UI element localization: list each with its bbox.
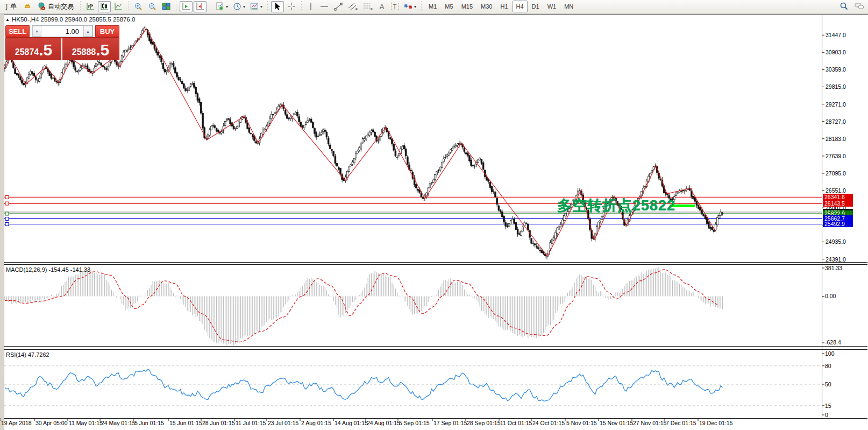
macd-signal-line[interactable] xyxy=(5,270,719,342)
svg-text:F: F xyxy=(371,8,373,11)
hline-handle[interactable] xyxy=(5,222,9,225)
rsi-line[interactable] xyxy=(5,369,722,401)
arrows-icon xyxy=(403,2,413,11)
text-tool-button[interactable]: A xyxy=(376,1,388,12)
hline-handle[interactable] xyxy=(5,217,9,220)
vertical-line-icon[interactable] xyxy=(305,1,317,12)
search-icon[interactable] xyxy=(839,1,849,11)
periods-clock-icon xyxy=(232,2,242,11)
tile-windows-icon[interactable] xyxy=(160,1,173,12)
zoom-in-icon[interactable] xyxy=(132,1,145,12)
templates-icon xyxy=(250,2,259,11)
ask-price[interactable]: 25888.5 xyxy=(62,38,119,60)
toolbar-separator xyxy=(79,1,82,12)
timeframe-button-m15[interactable]: M15 xyxy=(458,1,476,12)
arrows-button[interactable]: ▾ xyxy=(402,1,418,12)
hline-handle[interactable] xyxy=(5,195,9,199)
timeframe-button-mn[interactable]: MN xyxy=(560,1,577,12)
zoom-out-icon[interactable] xyxy=(146,1,159,12)
volume-spinner: ▼ 1.00 ▲ xyxy=(32,25,93,37)
dropdown-caret-icon: ▾ xyxy=(226,4,228,9)
templates-button[interactable]: ▾ xyxy=(248,1,264,12)
cursor-icon[interactable] xyxy=(271,1,284,12)
chart-canvas[interactable] xyxy=(0,0,868,430)
line-chart-icon[interactable] xyxy=(112,1,125,12)
volume-decrease-button[interactable]: ▼ xyxy=(32,26,41,37)
svg-text:E: E xyxy=(355,8,358,11)
label-tool-button[interactable]: T xyxy=(389,1,401,12)
timeframe-button-m1[interactable]: M1 xyxy=(425,1,440,12)
new-order-button[interactable]: 丁单 xyxy=(1,1,20,12)
timeframe-button-w1[interactable]: W1 xyxy=(544,1,560,12)
candlestick-chart-icon[interactable] xyxy=(98,1,111,12)
toolbar-separator xyxy=(175,1,177,12)
indicators-button[interactable]: ▾ xyxy=(214,1,230,12)
autotrading-button[interactable]: 自动交易 xyxy=(35,1,77,12)
hline-handle[interactable] xyxy=(5,202,9,205)
dropdown-caret-icon: ▾ xyxy=(243,4,245,9)
autotrading-label: 自动交易 xyxy=(46,2,75,11)
text-tool-icon: A xyxy=(380,3,385,11)
new-order-label: 丁单 xyxy=(2,2,18,11)
dropdown-caret-icon: ▾ xyxy=(414,4,416,9)
label-tool-icon: T xyxy=(391,3,399,10)
one-click-trading-panel: SELL ▼ 1.00 ▲ BUY 25874.5 25888.5 xyxy=(5,25,119,60)
timeframe-button-m5[interactable]: M5 xyxy=(441,1,457,12)
autoscroll-icon[interactable] xyxy=(180,1,193,12)
horizontal-line-icon[interactable] xyxy=(318,1,331,12)
macd-histogram[interactable] xyxy=(5,267,722,346)
timeframe-button-h4[interactable]: H4 xyxy=(513,1,528,12)
bar-chart-icon[interactable] xyxy=(84,1,97,12)
bid-price[interactable]: 25874.5 xyxy=(6,38,62,60)
fibonacci-icon[interactable]: F xyxy=(361,1,375,12)
top-toolbar: 丁单 自动交易 ▾ ▾ ▾ xyxy=(0,0,868,13)
hline-handle[interactable] xyxy=(5,212,9,215)
autotrading-icon xyxy=(37,2,46,11)
toolbar-separator xyxy=(266,1,269,12)
buy-button[interactable]: BUY xyxy=(95,25,119,37)
toolbar-separator xyxy=(300,1,303,12)
toolbar-right-icons xyxy=(839,1,865,11)
timeframe-button-d1[interactable]: D1 xyxy=(528,1,543,12)
gold-ingot-icon[interactable] xyxy=(21,1,34,12)
volume-increase-button[interactable]: ▲ xyxy=(83,26,93,37)
periods-button[interactable]: ▾ xyxy=(231,1,247,12)
trendline-icon[interactable] xyxy=(332,1,345,12)
crosshair-icon[interactable] xyxy=(285,1,298,12)
toolbar-separator xyxy=(127,1,130,12)
bid-ask-display[interactable]: 25874.5 25888.5 xyxy=(5,37,119,60)
toolbar-separator xyxy=(209,1,211,12)
timeframe-button-h1[interactable]: H1 xyxy=(496,1,511,12)
chart-shift-icon[interactable] xyxy=(194,1,207,12)
timeframe-button-m30[interactable]: M30 xyxy=(477,1,496,12)
channel-icon[interactable]: E xyxy=(346,1,360,12)
zigzag-indicator-line[interactable] xyxy=(4,29,715,256)
sell-button[interactable]: SELL xyxy=(5,25,30,37)
toolbar-separator xyxy=(420,1,423,12)
dropdown-caret-icon: ▾ xyxy=(260,4,262,9)
chat-icon[interactable] xyxy=(854,1,865,11)
volume-input[interactable]: 1.00 xyxy=(41,26,83,37)
indicators-icon xyxy=(215,2,225,11)
timeframe-toolbar: M1M5M15M30H1H4D1W1MN xyxy=(425,1,577,12)
